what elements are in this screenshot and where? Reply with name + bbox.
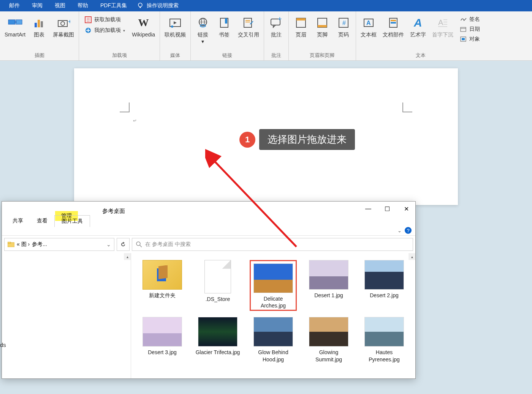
breadcrumb-prefix: « 图 › [17, 241, 30, 248]
header-button[interactable]: 页眉 [291, 14, 311, 39]
bookmark-label: 书签 [219, 31, 230, 38]
dropcap-button[interactable]: A 首字下沉 [430, 14, 456, 39]
breadcrumb[interactable]: « 图 › 参考... ⌄ [4, 238, 114, 251]
svg-rect-35 [461, 27, 466, 32]
file-item[interactable]: Delicate Arches.jpg [250, 260, 297, 311]
image-thumbnail [309, 260, 348, 290]
signature-button[interactable]: 签名 [459, 15, 481, 24]
svg-text:+: + [278, 17, 282, 23]
annotation-callout: 1 选择图片拖放进来 [239, 129, 355, 150]
footer-button[interactable]: 页脚 [312, 14, 332, 39]
online-video-button[interactable]: 联机视频 [162, 14, 188, 39]
ribbon-group-addins: 获取加载项 我的加载项 ▾ W Wikipedia 加载项 [79, 11, 160, 60]
crossref-button[interactable]: 交叉引用 [236, 14, 261, 39]
svg-rect-24 [296, 18, 306, 20]
file-item[interactable]: Glacier Trifecta.jpg [194, 317, 241, 362]
addins-icon [84, 27, 92, 34]
explorer-tab-view[interactable]: 查看 [30, 215, 54, 227]
ribbon-group-illustrations: SmartArt 图表 + 屏幕截图 插图 [0, 11, 79, 60]
file-name-label: 新建文件夹 [149, 292, 176, 299]
link-button[interactable]: 链接▾ [193, 14, 213, 46]
minimize-button[interactable]: ― [359, 202, 377, 215]
bookmark-button[interactable]: 书签 [214, 14, 234, 39]
footer-icon [315, 15, 330, 30]
menu-mail[interactable]: 邮件 [3, 2, 26, 9]
svg-rect-3 [16, 20, 22, 24]
menu-help[interactable]: 帮助 [71, 2, 94, 9]
dropdown-icon[interactable]: ⌄ [106, 241, 111, 247]
bookmark-icon [217, 15, 232, 30]
pagenum-button[interactable]: # 页码 [334, 14, 353, 39]
menu-review[interactable]: 审阅 [26, 2, 49, 9]
get-addins-button[interactable]: 获取加载项 [83, 15, 127, 24]
file-item[interactable]: .DS_Store [194, 260, 241, 311]
wordart-icon: A [410, 15, 426, 30]
svg-rect-6 [41, 21, 43, 27]
group-text-label: 文本 [358, 50, 483, 60]
files-scroll-up[interactable]: ▴ [408, 253, 415, 260]
online-video-label: 联机视频 [165, 31, 186, 38]
search-placeholder: 在 参考桌面 中搜索 [145, 241, 191, 248]
explorer-tab-pictools[interactable]: 图片工具 [54, 215, 90, 227]
chart-icon [32, 15, 47, 30]
image-thumbnail [142, 317, 182, 347]
file-item[interactable]: Desert 2.jpg [361, 260, 408, 311]
chart-button[interactable]: 图表 [29, 14, 49, 39]
pagenum-icon: # [336, 15, 351, 30]
annotation-arrow [205, 140, 319, 254]
comment-label: 批注 [271, 31, 282, 38]
menu-pdftools[interactable]: PDF工具集 [94, 2, 133, 9]
svg-rect-2 [8, 20, 15, 24]
svg-text:A: A [366, 20, 371, 26]
file-item[interactable]: Hautes Pyrenees.jpg [361, 317, 408, 362]
textbox-button[interactable]: A 文本框 [358, 14, 379, 39]
svg-rect-19 [225, 18, 227, 24]
close-button[interactable]: ✕ [397, 202, 415, 215]
quickparts-button[interactable]: 文档部件 [380, 14, 406, 39]
file-name-label: Glow Behind Hood.jpg [250, 349, 297, 362]
my-addins-label: 我的加载项 [94, 27, 121, 34]
tell-me-search[interactable]: 操作说明搜索 [137, 2, 179, 9]
textbox-label: 文本框 [361, 31, 377, 38]
my-addins-button[interactable]: 我的加载项 ▾ [83, 26, 127, 35]
file-item[interactable]: 新建文件夹 [139, 260, 186, 311]
file-item[interactable]: Desert 3.jpg [139, 317, 186, 362]
header-label: 页眉 [296, 31, 306, 38]
smartart-button[interactable]: SmartArt [2, 14, 28, 39]
svg-rect-33 [391, 22, 396, 24]
maximize-button[interactable]: ☐ [378, 202, 396, 215]
menu-view[interactable]: 视图 [49, 2, 71, 9]
svg-point-14 [171, 25, 173, 28]
explorer-tab-share[interactable]: 共享 [6, 215, 30, 227]
quickparts-label: 文档部件 [383, 31, 404, 38]
file-item[interactable]: Glow Behind Hood.jpg [250, 317, 297, 362]
search-icon [136, 241, 142, 247]
file-item[interactable]: Desert 1.jpg [305, 260, 352, 311]
svg-text:#: # [342, 20, 346, 26]
explorer-navigation-pane[interactable]: ▴ [2, 253, 131, 378]
help-icon[interactable]: ? [405, 227, 412, 234]
screenshot-button[interactable]: + 屏幕截图 [51, 14, 76, 39]
explorer-window-title: 参考桌面 [97, 205, 130, 218]
wordart-button[interactable]: A 艺术字 [408, 14, 428, 39]
comment-button[interactable]: + 批注 [266, 14, 286, 39]
ribbon: SmartArt 图表 + 屏幕截图 插图 获取加载项 我的加载 [0, 11, 532, 61]
object-button[interactable]: 对象 [459, 35, 481, 43]
file-item[interactable]: Glowing Summit.jpg [305, 317, 352, 362]
chevron-down-icon[interactable]: ⌄ [397, 228, 402, 233]
wikipedia-button[interactable]: W Wikipedia [130, 14, 157, 39]
svg-text:A: A [438, 18, 443, 27]
svg-marker-13 [174, 21, 177, 24]
datetime-button[interactable]: 日期 [459, 25, 481, 33]
image-thumbnail [309, 317, 348, 347]
group-addins-label: 加载项 [81, 50, 157, 60]
image-thumbnail [364, 260, 404, 290]
svg-rect-41 [8, 242, 11, 243]
group-illustrations-label: 插图 [2, 50, 76, 60]
sidebar-scroll-up[interactable]: ▴ [124, 253, 131, 260]
ribbon-group-links: 链接▾ 书签 交叉引用 链接 [191, 11, 264, 60]
margin-mark-topleft [120, 102, 130, 112]
footer-label: 页脚 [317, 31, 328, 38]
refresh-button[interactable] [117, 238, 130, 251]
svg-text:+: + [68, 18, 70, 25]
